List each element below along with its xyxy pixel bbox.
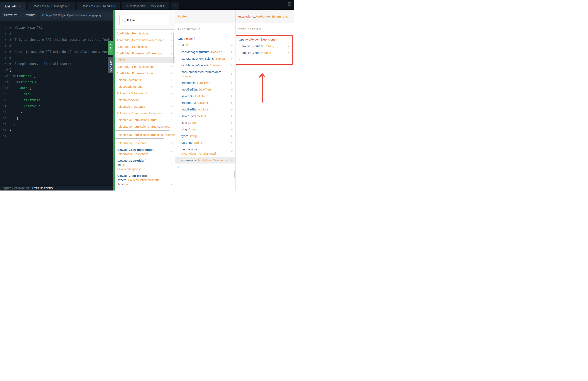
expand-arrow-icon[interactable] [171,106,172,107]
fold-arrow-icon[interactable] [7,69,8,71]
panel-divider[interactable] [113,10,115,190]
expand-arrow-icon[interactable] [231,129,233,130]
expand-arrow-icon[interactable] [231,82,233,84]
reload-icon[interactable]: ↺ [42,13,45,17]
doc-list-item[interactable]: FolderResponse [115,96,175,103]
type-detail-row[interactable]: hasNonInheritedPermissions: Boolean [175,69,235,79]
doc-list-item[interactable]: FolderUpdateInput [115,83,175,90]
type-detail-row[interactable]: canManagePermissions: Boolean [175,55,235,62]
new-tab-button[interactable]: + [171,2,179,10]
doc-list-item[interactable]: FolderLevelPermissionsTarget [115,116,175,123]
doc-list-item[interactable]: AcoFolder_Permissions [115,30,175,37]
query-editor[interactable]: 1# Webiny Main API2#3# This is the core … [0,21,113,186]
expand-arrow-icon[interactable] [171,184,172,186]
expand-arrow-icon[interactable] [231,45,233,46]
expand-arrow-icon[interactable] [231,115,233,117]
expand-arrow-icon[interactable] [171,46,172,48]
expand-arrow-icon[interactable] [171,53,172,54]
type-detail-row[interactable]: modifiedOn: DateTime [175,86,235,93]
expand-arrow-icon[interactable] [171,151,172,152]
prettify-button[interactable]: PRETTIFY [2,12,19,18]
doc-list-item[interactable]: AcoQuery.listFolders( where: FoldersList… [115,172,175,188]
expand-arrow-icon[interactable] [171,99,172,101]
doc-list-item[interactable]: FolderLevelPermissionsTargetsListRespons… [115,132,175,138]
expand-arrow-icon[interactable] [171,79,172,81]
tab-main-api[interactable]: Main API× [0,2,26,11]
http-headers-tab[interactable]: HTTP HEADERS [32,187,53,190]
expand-arrow-icon[interactable] [171,119,172,121]
doc-list-item[interactable]: FoldersListCompressedResponse [115,110,175,116]
search-field[interactable] [127,19,167,22]
type-detail-row[interactable]: createdOn: DateTime [175,79,235,86]
type-detail-row[interactable]: type: String [175,133,235,139]
doc-list-item[interactable]: AcoQuery.getFolderModel:FolderModelRespo… [115,146,175,157]
fold-arrow-icon[interactable] [7,88,8,89]
horizontal-scrollbar[interactable] [115,138,164,139]
expand-arrow-icon[interactable] [231,102,233,104]
doc-list-item[interactable]: AcoFolder_PermissionsWhereInput [115,37,175,43]
close-tab-icon[interactable]: × [18,5,20,8]
expand-arrow-icon[interactable] [171,93,172,94]
type-detail-row[interactable]: id: ID! [175,42,235,49]
doc-list-item[interactable]: AcoFolder_ExtensionsInput [115,70,175,76]
tab-headless-cms-preview-api[interactable]: Headless CMS - Preview API [122,2,169,10]
expand-arrow-icon[interactable] [171,86,172,88]
expand-arrow-icon[interactable] [171,66,172,68]
type-detail-row[interactable]: fm_file_year: Number [236,49,292,56]
type-detail-row[interactable]: type Folder { [175,35,235,42]
doc-list-item[interactable]: AcoFolder_ExtensionsWhereInput [115,50,175,57]
type-detail-row[interactable]: canManageStructure: Boolean [175,49,235,55]
expand-arrow-icon[interactable] [231,73,233,75]
type-detail-row[interactable]: slug: String [175,126,235,133]
docs-side-tab[interactable]: DOCS [108,41,113,55]
type-detail-row[interactable]: } [175,164,235,170]
expand-arrow-icon[interactable] [171,59,172,61]
doc-list-item[interactable]: Folder [115,57,175,63]
type-detail-row[interactable]: fm_file_carMake: String [236,43,292,49]
query-variables-tab[interactable]: QUERY VARIABLES [4,187,29,190]
doc-list-item[interactable]: FoldersListWhereInput [115,90,175,96]
horizontal-scrollbar[interactable] [115,130,169,131]
type-detail-row[interactable]: extensions: AcoFolder_Extensions [175,157,235,164]
fold-arrow-icon[interactable] [7,81,8,83]
type-detail-row[interactable]: type AcoFolder_Extensions { [236,36,292,43]
type-detail-row[interactable]: permissions: [AcoFolder_Permissions!] [175,146,235,157]
expand-arrow-icon[interactable] [231,159,233,161]
expand-arrow-icon[interactable] [171,142,172,144]
history-button[interactable]: HISTORY [20,12,38,18]
fold-arrow-icon[interactable] [7,76,8,76]
expand-arrow-icon[interactable] [231,142,233,144]
expand-arrow-icon[interactable] [231,51,233,53]
docs-scrollbar[interactable] [173,33,174,63]
expand-arrow-icon[interactable] [231,122,233,124]
type-detail-row[interactable]: savedOn: DateTime [175,93,235,99]
schema-side-tab[interactable]: SCHEMA [108,57,113,73]
expand-arrow-icon[interactable] [171,39,172,41]
expand-arrow-icon[interactable] [288,45,289,47]
expand-arrow-icon[interactable] [231,58,233,59]
docs-search-input[interactable] [120,15,169,25]
expand-arrow-icon[interactable] [231,135,233,137]
doc-list-item[interactable]: AcoFolder_PermissionsInput [115,63,175,70]
expand-arrow-icon[interactable] [171,113,172,114]
expand-arrow-icon[interactable] [171,33,172,34]
type-detail-row[interactable]: parentId: String [175,139,235,146]
type-detail-row[interactable]: } [236,56,292,63]
type-detail-row[interactable]: modifiedBy: AcoUser [175,106,235,113]
type-detail-row[interactable]: savedBy: AcoUser [175,113,235,119]
doc-list-item[interactable]: AcoQuery.getFolder( id: ID!): FolderResp… [115,157,175,172]
doc-list-item[interactable]: FoldersListResponse [115,103,175,110]
expand-arrow-icon[interactable] [231,89,233,90]
expand-arrow-icon[interactable] [231,151,233,152]
expand-arrow-icon[interactable] [231,64,233,66]
doc-list-item[interactable]: FolderLevelPermissionsTargetsListMeta [115,123,175,130]
tab-headless-cms-read-api[interactable]: Headless CMS - Read API [77,2,120,10]
expand-arrow-icon[interactable] [288,52,289,54]
doc-list-item[interactable]: FolderCreateInput [115,76,175,83]
type-detail-row[interactable]: createdBy: AcoUser [175,99,235,106]
expand-arrow-icon[interactable] [231,95,233,97]
type-panel-scrollbar[interactable] [234,171,235,178]
doc-list-item[interactable]: FolderModelResponse [115,140,175,146]
tab-headless-cms-manage-api[interactable]: Headless CMS - Manage API [27,2,75,10]
expand-arrow-icon[interactable] [171,73,172,74]
